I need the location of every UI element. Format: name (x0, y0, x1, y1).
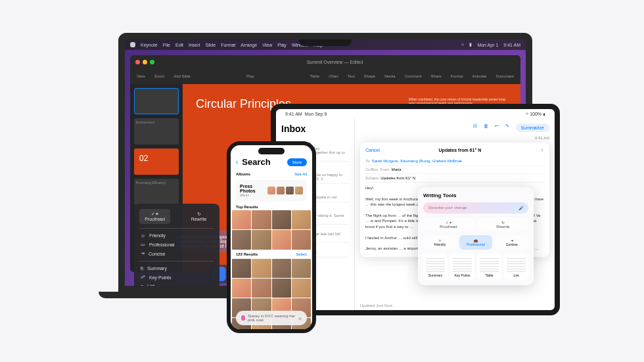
wifi-icon[interactable]: ⌔ (461, 43, 464, 47)
search-suggestion-pill[interactable]: Stacey in NYC wearing her pink coat ⊗ (236, 311, 307, 325)
writing-tools-popover-mac: ✓✦ Proofread ↻ Rewrite ☺Friendly ▭Profes… (134, 204, 219, 286)
photo-thumb[interactable] (292, 279, 311, 298)
select-button[interactable]: Select (296, 252, 307, 256)
tone-concise[interactable]: ⇥Concise (139, 249, 214, 258)
tone-professional[interactable]: ▭Professional (139, 240, 214, 249)
toolbar-zoom[interactable]: Zoom (154, 74, 164, 78)
action-keypoints[interactable]: ☍Key Points (139, 273, 214, 282)
to-field[interactable]: To: Sarah Murguía, Xiaomeng Zhong, Graha… (365, 157, 544, 166)
wt-prompt-input[interactable]: Describe your change 🎤 (423, 202, 528, 214)
macbook-notch (299, 39, 352, 46)
menubar-time[interactable]: 9:41 AM (503, 43, 520, 47)
photo-thumb[interactable] (292, 210, 311, 229)
tone-friendly[interactable]: ☺Friendly (139, 231, 214, 240)
subject-field[interactable]: Subject: Updates from 61° N (365, 174, 544, 183)
action-list[interactable]: ≡List (139, 282, 214, 286)
ipad-date: Mon Sep 9 (305, 112, 327, 116)
store-button[interactable]: Store (287, 158, 307, 166)
trash-icon[interactable]: 🗑 (484, 124, 488, 132)
photo-thumb[interactable] (292, 230, 311, 249)
photo-thumb[interactable] (272, 259, 291, 278)
rewrite-icon: ↻ (186, 212, 212, 217)
wt-tone-friendly[interactable]: ☺Friendly (423, 235, 457, 250)
see-all-link[interactable]: See All (294, 172, 307, 176)
close-button[interactable] (135, 60, 140, 64)
reply-icon[interactable]: ↩ (495, 124, 499, 132)
apple-menu-icon[interactable] (130, 42, 135, 47)
wt-card-list[interactable]: List (504, 254, 528, 280)
zoom-button[interactable] (150, 60, 154, 64)
toolbar-media[interactable]: Media (384, 74, 395, 78)
photo-thumb[interactable] (272, 230, 291, 249)
cc-field[interactable]: Cc/Bcc, From: Maria (365, 166, 544, 174)
key-icon: ☍ (141, 275, 145, 280)
toolbar-view[interactable]: View (137, 74, 145, 78)
mail-main: ⊟ 🗑 ↩ ✎ Summarize 9:41 AM Cancel Updates… (355, 118, 555, 310)
proofread-button[interactable]: ✓✦ Proofread (139, 209, 170, 224)
mic-icon[interactable]: 🎤 (518, 206, 523, 210)
back-button[interactable]: ‹ (236, 158, 238, 166)
archive-icon[interactable]: ⊟ (473, 124, 477, 132)
photo-thumb[interactable] (232, 259, 251, 278)
menu-view[interactable]: View (262, 43, 272, 47)
menu-edit[interactable]: Edit (175, 43, 183, 47)
wt-card-summary[interactable]: Summary (423, 254, 448, 280)
wt-tone-concise[interactable]: ⇥Concise (495, 235, 528, 250)
toolbar-text[interactable]: Text (348, 74, 355, 78)
wt-card-keypoints[interactable]: Key Points (450, 254, 474, 280)
compress-icon: ⇥ (141, 251, 145, 256)
photo-thumb[interactable] (232, 210, 251, 229)
slide-thumb-4[interactable]: Promoting Efficiency (134, 179, 179, 205)
toolbar-add-slide[interactable]: Add Slide (173, 74, 191, 78)
menu-insert[interactable]: Insert (189, 43, 200, 47)
toolbar-play[interactable]: Play (246, 74, 254, 78)
photo-thumb[interactable] (252, 230, 271, 249)
menu-file[interactable]: File (163, 43, 170, 47)
photo-thumb[interactable] (252, 259, 271, 278)
intelligence-icon (241, 315, 245, 321)
toolbar-shape[interactable]: Shape (364, 74, 375, 78)
battery-icon[interactable]: ▮ (469, 42, 472, 47)
menu-play[interactable]: Play (277, 43, 287, 47)
toolbar-document[interactable]: Document (496, 74, 514, 78)
rewrite-button[interactable]: ↻ Rewrite (183, 209, 214, 224)
toolbar-share[interactable]: Share (431, 74, 442, 78)
album-card[interactable]: Press Photos Album (236, 180, 307, 201)
toolbar-table[interactable]: Table (310, 74, 319, 78)
wt-rewrite[interactable]: ↻Rewrite (478, 217, 528, 231)
slide-thumb-1[interactable] (134, 88, 179, 114)
photo-thumb[interactable] (252, 279, 271, 298)
menu-slide[interactable]: Slide (206, 43, 216, 47)
menu-format[interactable]: Format (221, 43, 235, 47)
photo-thumb[interactable] (232, 230, 251, 249)
toolbar-format[interactable]: Format (451, 74, 463, 78)
slide-thumb-2[interactable]: Environment (134, 118, 179, 145)
clear-icon[interactable]: ⊗ (298, 316, 302, 321)
menu-arrange[interactable]: Arrange (241, 43, 257, 47)
photo-thumb[interactable] (272, 210, 291, 229)
photo-thumb[interactable] (252, 210, 271, 229)
action-summary[interactable]: ⎘Summary (139, 264, 214, 273)
cancel-button[interactable]: Cancel (365, 148, 380, 153)
wt-card-table[interactable]: Table (477, 254, 501, 280)
minimize-button[interactable] (143, 60, 147, 64)
photo-thumb[interactable] (292, 259, 311, 278)
sparkle-check-icon: ✓✦ (426, 220, 471, 225)
briefcase-icon: ▭ (141, 242, 145, 247)
compose-icon[interactable]: ✎ (505, 124, 509, 132)
top-results-grid[interactable] (231, 210, 312, 250)
send-icon[interactable]: ⬆ (540, 148, 544, 153)
ipad-statusbar: 9:41 AM Mon Sep 9 ⌔ 100% ▮ (276, 109, 555, 118)
wt-tone-professional[interactable]: 💼Professional (459, 235, 493, 250)
slide-thumb-3[interactable]: 02 (134, 148, 179, 175)
toolbar-animate[interactable]: Animate (472, 74, 487, 78)
toolbar-chart[interactable]: Chart (329, 74, 338, 78)
menubar-date[interactable]: Mon Apr 1 (477, 43, 498, 47)
photo-thumb[interactable] (232, 279, 251, 298)
toolbar-comment[interactable]: Comment (405, 74, 422, 78)
photo-thumb[interactable] (272, 279, 291, 298)
window-titlebar[interactable]: Summit Overview — Edited (130, 55, 520, 68)
summarize-button[interactable]: Summarize (516, 124, 549, 132)
wt-proofread[interactable]: ✓✦Proofread (423, 217, 474, 231)
app-name[interactable]: Keynote (141, 43, 158, 47)
